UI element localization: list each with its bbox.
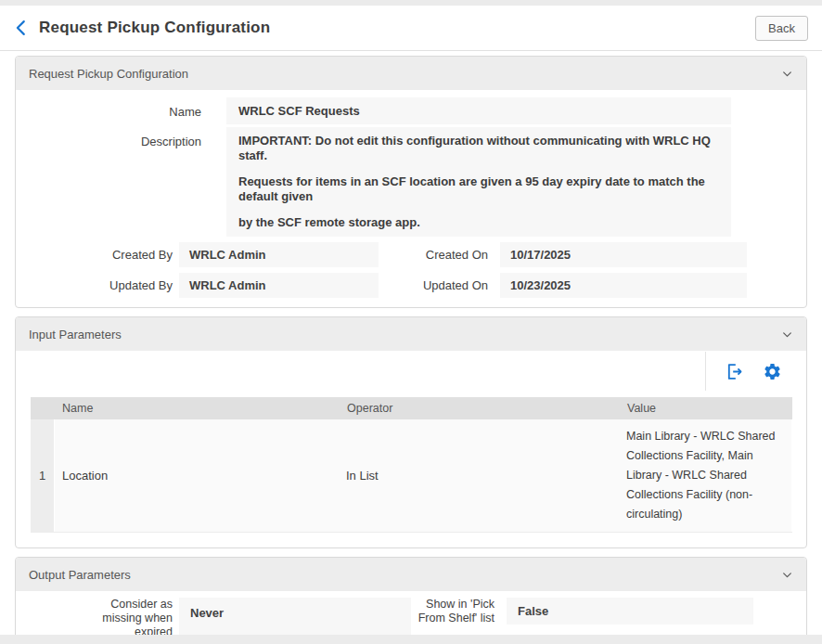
created-by-value: WRLC Admin (179, 242, 379, 267)
description-value: IMPORTANT: Do not edit this configuratio… (226, 127, 731, 237)
gear-icon[interactable] (763, 362, 782, 381)
updated-on-label: Updated On (379, 278, 488, 292)
operator-column-header: Operator (340, 397, 620, 419)
table-header-row: Name Operator Value (31, 397, 792, 419)
name-value: WRLC SCF Requests (226, 97, 731, 124)
output-parameters-card: Output Parameters Consider as missing wh… (15, 557, 807, 644)
input-parameters-header[interactable]: Input Parameters (16, 317, 806, 351)
chevron-down-icon[interactable] (781, 328, 793, 341)
input-parameters-table: Name Operator Value 1 Location In List M… (31, 397, 792, 533)
description-line: IMPORTANT: Do not edit this configuratio… (238, 134, 719, 163)
toolbar-divider (705, 352, 706, 391)
general-section-header[interactable]: Request Pickup Configuration (16, 57, 806, 90)
bottom-strip (0, 635, 822, 644)
general-section-title: Request Pickup Configuration (29, 67, 188, 81)
description-row: Description IMPORTANT: Do not edit this … (16, 127, 806, 237)
page-title: Request Pickup Configuration (39, 19, 755, 37)
page-header: Request Pickup Configuration Back (0, 6, 822, 51)
updated-on-value: 10/23/2025 (500, 273, 747, 298)
updated-row: Updated By WRLC Admin Updated On 10/23/2… (16, 273, 806, 298)
back-chevron-icon[interactable] (11, 18, 32, 38)
description-line: Requests for items in an SCF location ar… (238, 174, 719, 204)
created-by-label: Created By (16, 248, 173, 262)
created-on-label: Created On (379, 248, 488, 262)
table-toolbar (16, 351, 806, 392)
general-section-card: Request Pickup Configuration Name WRLC S… (15, 56, 807, 308)
description-line: by the SCF remote storage app. (238, 215, 719, 230)
name-label: Name (16, 97, 214, 119)
chevron-down-icon[interactable] (781, 68, 793, 80)
row-number-column-header (31, 397, 55, 419)
output-parameters-header[interactable]: Output Parameters (16, 558, 806, 591)
export-icon[interactable] (725, 362, 744, 381)
consider-missing-value: Never (179, 598, 411, 637)
input-parameters-title: Input Parameters (29, 328, 122, 341)
created-on-value: 10/17/2025 (500, 242, 747, 267)
created-row: Created By WRLC Admin Created On 10/17/2… (16, 242, 806, 267)
general-section-body: Name WRLC SCF Requests Description IMPOR… (16, 90, 806, 307)
output-row-1: Consider as missing when expired Never S… (16, 598, 806, 639)
value-cell: Main Library - WRLC Shared Collections F… (619, 419, 791, 532)
input-parameters-card: Input Parameters Name Operator Value 1 L… (15, 316, 807, 548)
name-cell: Location (55, 419, 339, 532)
table-row: 1 Location In List Main Library - WRLC S… (31, 419, 792, 533)
value-column-header: Value (620, 397, 792, 419)
consider-missing-label: Consider as missing when expired (16, 598, 173, 639)
chevron-down-icon[interactable] (781, 569, 793, 581)
row-number-cell: 1 (31, 419, 54, 532)
show-pick-from-shelf-value: False (507, 598, 753, 625)
name-column-header: Name (55, 397, 340, 419)
show-pick-from-shelf-label: Show in 'Pick From Shelf' list (411, 598, 494, 625)
description-label: Description (16, 127, 214, 148)
updated-by-value: WRLC Admin (179, 273, 379, 298)
name-row: Name WRLC SCF Requests (16, 97, 806, 124)
back-button[interactable]: Back (755, 16, 808, 41)
output-parameters-title: Output Parameters (29, 568, 131, 582)
updated-by-label: Updated By (16, 278, 173, 292)
operator-cell: In List (339, 419, 619, 532)
